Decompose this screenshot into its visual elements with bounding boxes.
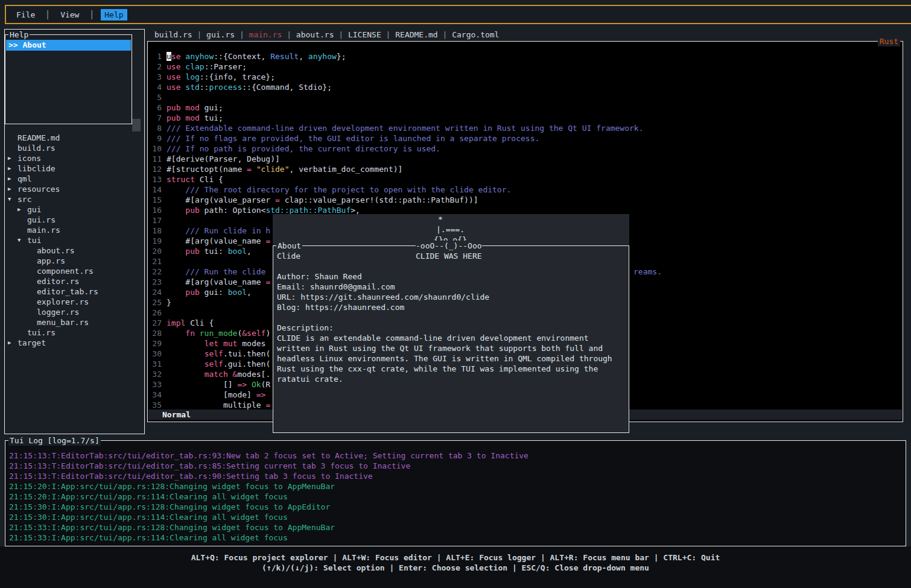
code-line: 6pub mod gui;	[148, 103, 902, 113]
tab-separator: |	[381, 30, 395, 39]
code-line: 2use clap::Parser;	[148, 62, 902, 72]
tree-item-label: about.rs	[37, 246, 75, 255]
tree-item-about.rs[interactable]: about.rs	[5, 245, 144, 256]
tree-item-label: resources	[17, 185, 60, 194]
menu-separator: │	[45, 10, 50, 20]
about-app-name: Clide	[277, 251, 300, 261]
tab-separator: |	[192, 30, 206, 39]
tree-item-gui[interactable]: ▶gui	[5, 204, 144, 215]
tree-item-editor_tab.rs[interactable]: editor_tab.rs	[5, 286, 144, 297]
tree-item-label: app.rs	[37, 256, 65, 265]
code-line: 3use log::{info, trace};	[148, 72, 902, 82]
chevron-right-icon: ▶	[8, 338, 17, 348]
tree-item-label: tui.rs	[27, 328, 56, 337]
editor-tab-about.rs[interactable]: about.rs	[296, 30, 334, 39]
about-popup-title: About	[276, 241, 302, 251]
help-dropdown-menu: Help >> About	[5, 34, 132, 124]
log-entry: 21:15:20:I:App:src/tui/app.rs:114:Cleari…	[9, 492, 902, 502]
editor-tab-gui.rs[interactable]: gui.rs	[206, 30, 235, 39]
line-number: 3	[148, 72, 162, 82]
tree-item-label: tui	[27, 236, 41, 245]
tui-log-title: Tui Log [log=1.7/s]	[8, 435, 101, 446]
menu-items: File│View│Help	[13, 9, 127, 21]
tree-item-label: editor.rs	[37, 277, 79, 286]
file-tree: README.mdbuild.rs▶icons▶libclide▶qml▶res…	[5, 133, 144, 348]
help-dropdown-title: Help	[8, 30, 30, 40]
tree-item-tui.rs[interactable]: tui.rs	[5, 327, 144, 338]
tab-separator: |	[334, 30, 348, 39]
line-number: 25	[148, 297, 162, 308]
explorer-scrollbar-thumb[interactable]	[132, 119, 141, 131]
tree-item-resources[interactable]: ▶resources	[5, 184, 144, 194]
tree-item-menu_bar.rs[interactable]: menu_bar.rs	[5, 317, 144, 327]
menu-item-view[interactable]: View	[57, 9, 83, 21]
ascii-art-border-line: -ooO--(_)--Ooo	[416, 241, 482, 251]
menu-item-help[interactable]: Help	[101, 9, 127, 21]
tree-item-logger.rs[interactable]: logger.rs	[5, 307, 144, 317]
code-line: 12#[structopt(name = "clide", verbatim_d…	[148, 164, 902, 174]
tree-item-qml[interactable]: ▶qml	[5, 174, 144, 184]
tree-item-README.md[interactable]: README.md	[5, 133, 144, 143]
tree-item-label: menu_bar.rs	[37, 318, 89, 327]
line-number: 32	[148, 369, 162, 379]
menu-option-about[interactable]: >> About	[6, 40, 131, 51]
tree-item-libclide[interactable]: ▶libclide	[5, 163, 144, 174]
chevron-down-icon: ▼	[8, 194, 17, 204]
tree-item-build.rs[interactable]: build.rs	[5, 143, 144, 153]
tree-item-gui.rs[interactable]: gui.rs	[5, 215, 144, 225]
editor-tab-main.rs[interactable]: main.rs	[249, 30, 282, 39]
code-line: 13struct Cli {	[148, 174, 902, 185]
code-line: 15 #[arg(value_parser = clap::value_pars…	[148, 195, 902, 205]
chevron-right-icon: ▶	[17, 204, 27, 215]
about-header-row: ClideCLIDE WAS HERE	[277, 251, 625, 261]
line-number: 20	[148, 246, 162, 256]
editor-tab-LICENSE[interactable]: LICENSE	[348, 30, 381, 39]
line-number: 30	[148, 349, 162, 359]
chevron-right-icon: ▶	[8, 163, 17, 174]
tree-item-label: README.md	[17, 133, 60, 142]
about-body-line: CLIDE is an extendable command-line driv…	[277, 333, 625, 343]
line-number: 21	[148, 256, 162, 267]
chevron-right-icon: ▶	[8, 153, 17, 163]
editor-tab-build.rs[interactable]: build.rs	[154, 30, 192, 39]
about-body-line: Rust using the cxx-qt crate, while the T…	[277, 364, 625, 374]
tree-item-label: logger.rs	[37, 308, 79, 317]
tree-item-tui[interactable]: ▼tui	[5, 235, 144, 245]
tree-item-main.rs[interactable]: main.rs	[5, 225, 144, 235]
tree-item-label: icons	[17, 154, 41, 163]
log-entry: 21:15:30:I:App:src/tui/app.rs:114:Cleari…	[9, 512, 902, 522]
line-number: 4	[148, 82, 162, 92]
tree-item-label: explorer.rs	[37, 297, 89, 306]
editor-tab-Cargo.toml[interactable]: Cargo.toml	[452, 30, 499, 39]
tree-item-label: build.rs	[17, 144, 56, 153]
tab-separator: |	[235, 30, 249, 39]
tree-item-component.rs[interactable]: component.rs	[5, 266, 144, 276]
line-number: 18	[148, 226, 162, 236]
line-number: 6	[148, 103, 162, 113]
about-body-line: Blog: https://shaunreed.com	[277, 302, 625, 312]
chevron-right-icon: ▶	[8, 174, 17, 184]
tree-item-src[interactable]: ▼src	[5, 194, 144, 204]
menu-item-file[interactable]: File	[13, 9, 39, 21]
menu-separator: │	[89, 10, 94, 20]
log-entries: 21:15:13:T:EditorTab:src/tui/editor_tab.…	[9, 450, 902, 543]
tree-item-label: main.rs	[27, 226, 60, 235]
tree-item-explorer.rs[interactable]: explorer.rs	[5, 297, 144, 307]
line-number: 1	[148, 51, 162, 62]
log-entry: 21:15:30:I:App:src/tui/app.rs:128:Changi…	[9, 502, 902, 512]
language-badge: Rust	[878, 36, 900, 46]
tree-item-icons[interactable]: ▶icons	[5, 153, 144, 163]
tree-item-target[interactable]: ▶target	[5, 338, 144, 348]
menu-bar: File│View│Help	[5, 5, 911, 24]
line-number: 11	[148, 154, 162, 164]
tree-item-label: editor_tab.rs	[37, 287, 98, 296]
tree-item-label: qml	[17, 174, 31, 183]
about-popup: *|.===.{}o o{} About -ooO--(_)--Ooo Clid…	[273, 214, 629, 433]
line-number: 19	[148, 236, 162, 246]
tree-item-app.rs[interactable]: app.rs	[5, 256, 144, 266]
line-number: 34	[148, 390, 162, 400]
tree-item-editor.rs[interactable]: editor.rs	[5, 276, 144, 286]
editor-tab-README.md[interactable]: README.md	[395, 30, 437, 39]
tui-log-panel: Tui Log [log=1.7/s] 21:15:13:T:EditorTab…	[5, 440, 906, 546]
about-body-line: ratatui crate.	[277, 374, 625, 384]
